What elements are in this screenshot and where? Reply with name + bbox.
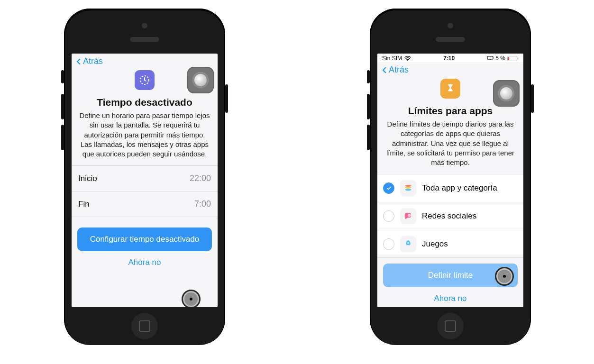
chat-bubble-icon: [400, 208, 416, 224]
stack-icon: [400, 180, 416, 196]
row-end[interactable]: Fin 7:00: [72, 191, 218, 217]
screen-left: Atrás Tiempo desactivado Define un horar…: [72, 54, 218, 307]
phone-top-bar: [64, 9, 225, 54]
checkbox-checked-icon[interactable]: [383, 182, 394, 194]
side-button: [367, 125, 370, 150]
category-list: Toda app y categoría Redes sociales Jueg…: [377, 174, 523, 255]
row-start[interactable]: Inicio 22:00: [72, 165, 218, 191]
not-now-link[interactable]: Ahora no: [72, 251, 218, 269]
svg-point-9: [408, 214, 411, 217]
phone-left: Atrás Tiempo desactivado Define un horar…: [64, 9, 225, 345]
back-label: Atrás: [389, 65, 409, 75]
speaker-slot: [130, 37, 159, 42]
touch-cursor-icon: [495, 267, 514, 286]
time-rows: Inicio 22:00 Fin 7:00: [72, 165, 218, 217]
side-button: [367, 70, 370, 83]
screen-right: Sin SIM 7:10 5 % Atrás Límites para apps…: [377, 54, 523, 307]
home-area: [64, 307, 225, 345]
page-title: Límites para apps: [382, 105, 519, 117]
side-button: [225, 84, 228, 113]
svg-rect-4: [517, 57, 518, 60]
checkbox-unchecked-icon[interactable]: [383, 210, 394, 222]
category-row-social[interactable]: Redes sociales: [377, 202, 523, 230]
page-title: Tiempo desactivado: [76, 97, 213, 108]
svg-point-8: [405, 189, 411, 191]
app-limits-icon: [440, 79, 460, 99]
home-square-icon: [445, 320, 456, 332]
speaker-slot: [436, 37, 465, 42]
page-description: Define límites de tiempo diarios para la…: [385, 119, 516, 167]
touch-cursor-icon: [182, 290, 201, 307]
chevron-left-icon: [74, 57, 83, 66]
home-square-icon: [139, 320, 150, 332]
svg-point-7: [405, 187, 411, 189]
home-button[interactable]: [437, 313, 464, 339]
row-end-value: 7:00: [194, 199, 211, 209]
svg-point-10: [407, 242, 409, 244]
row-start-label: Inicio: [78, 174, 97, 183]
category-row-all[interactable]: Toda app y categoría: [377, 174, 523, 202]
camera-dot: [142, 23, 147, 28]
category-label: Juegos: [422, 239, 448, 249]
checkbox-unchecked-icon[interactable]: [383, 238, 394, 250]
svg-rect-5: [508, 57, 509, 60]
battery-icon: [507, 56, 519, 61]
home-button[interactable]: [131, 313, 158, 339]
category-label: Redes sociales: [422, 211, 476, 221]
carrier-label: Sin SIM: [382, 55, 402, 62]
wifi-icon: [404, 56, 411, 61]
home-area: [370, 307, 531, 345]
bottom-bar: Definir límite Ahora no: [377, 257, 523, 307]
side-button: [531, 84, 534, 113]
row-start-value: 22:00: [190, 173, 211, 183]
status-time: 7:10: [443, 55, 455, 62]
back-label: Atrás: [83, 56, 103, 66]
assistive-touch[interactable]: [493, 80, 520, 107]
svg-point-1: [407, 60, 408, 61]
airplay-icon: [487, 56, 493, 61]
side-button: [61, 125, 64, 150]
side-button: [61, 94, 64, 119]
rocket-icon: [400, 236, 416, 252]
back-button[interactable]: Atrás: [72, 54, 218, 67]
downtime-icon: [135, 70, 155, 90]
chevron-left-icon: [380, 66, 389, 74]
svg-rect-2: [487, 56, 493, 59]
camera-dot: [448, 23, 453, 28]
assistive-touch[interactable]: [187, 67, 214, 93]
battery-text: 5 %: [495, 55, 505, 62]
category-row-games[interactable]: Juegos: [377, 230, 523, 255]
page-description: Define un horario para pasar tiempo lejo…: [79, 111, 210, 159]
side-button: [61, 70, 64, 83]
phone-top-bar: [370, 9, 531, 54]
phone-right: Sin SIM 7:10 5 % Atrás Límites para apps…: [370, 9, 531, 345]
back-button[interactable]: Atrás: [377, 62, 523, 76]
svg-point-6: [405, 185, 411, 187]
assistive-touch-icon: [498, 85, 514, 101]
category-label: Toda app y categoría: [422, 183, 497, 193]
side-button: [367, 94, 370, 119]
configure-downtime-button[interactable]: Configurar tiempo desactivado: [77, 228, 212, 251]
assistive-touch-icon: [192, 72, 209, 88]
row-end-label: Fin: [78, 200, 90, 209]
status-bar: Sin SIM 7:10 5 %: [377, 54, 523, 62]
not-now-link[interactable]: Ahora no: [377, 287, 523, 305]
